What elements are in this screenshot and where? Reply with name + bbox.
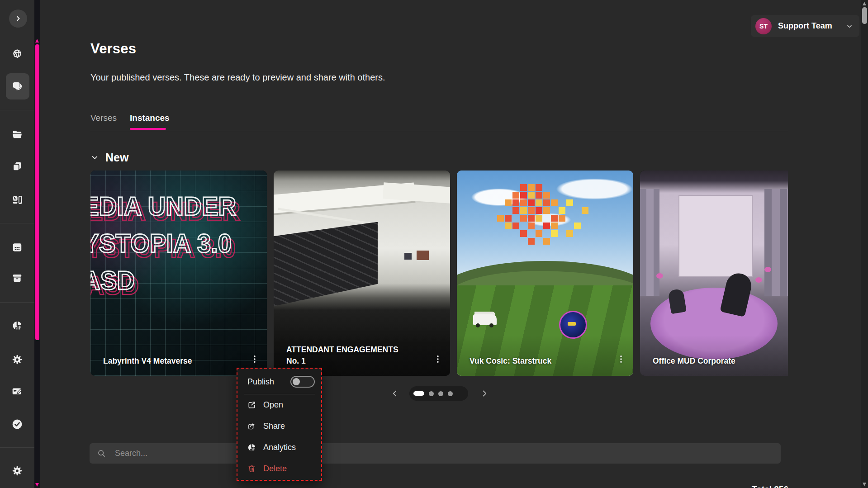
sidebar-scrollbar-track[interactable] — [34, 0, 40, 488]
sidebar-item-events[interactable] — [11, 242, 23, 253]
sidebar-divider — [0, 223, 34, 223]
card-title: Vuk Cosic: Starstruck — [470, 355, 551, 367]
window-scrollbar-thumb[interactable] — [862, 7, 867, 24]
notes-edit-icon — [11, 385, 23, 397]
sidebar-item-tasks[interactable] — [11, 418, 23, 430]
check-circle-icon — [11, 418, 23, 430]
sidebar-item-notes[interactable] — [11, 385, 23, 397]
page-dot[interactable] — [448, 391, 453, 396]
publish-label: Publish — [247, 377, 274, 387]
settings-gear-icon — [11, 465, 23, 477]
folder-icon — [11, 128, 23, 140]
grid-dots-icon — [11, 242, 23, 253]
menu-item-analytics[interactable]: Analytics — [237, 437, 321, 458]
card-title: ATTENDANT ENGAGEMENTS No. 1 — [286, 344, 409, 367]
sidebar — [0, 0, 34, 488]
user-name-label: Support Team — [778, 21, 846, 31]
verses-stack-icon — [11, 80, 23, 92]
sidebar-scrollbar-up-arrow[interactable] — [35, 39, 39, 43]
tabs-divider — [90, 131, 788, 131]
trash-icon — [247, 464, 256, 474]
menu-item-label: Open — [263, 400, 283, 410]
media-gallery-icon — [11, 194, 23, 206]
menu-item-share[interactable]: Share — [237, 416, 321, 437]
analytics-pie-icon — [247, 443, 256, 452]
verses-app-window: { "window": { "background": "#292929", "… — [0, 0, 868, 488]
sidebar-item-discover[interactable] — [11, 48, 23, 60]
active-tab-underline — [130, 128, 166, 130]
chevron-right-icon — [479, 388, 489, 399]
card-office-mud[interactable]: Office MUD Corporate — [640, 171, 788, 376]
publish-row: Publish — [237, 370, 321, 394]
card-labyrinth[interactable]: EDIA UNDER YSTOPIA 3.0 ASD EDIA UNDER YS… — [90, 171, 267, 376]
window-scrollbar-track[interactable] — [861, 0, 868, 488]
window-scrollbar-up-arrow[interactable] — [863, 2, 866, 5]
sidebar-item-analytics[interactable] — [11, 320, 23, 332]
sidebar-divider — [0, 447, 34, 448]
search-input[interactable] — [90, 443, 781, 464]
card-title: Labyrinth V4 Metaverse — [103, 355, 192, 367]
sidebar-item-settings-bottom[interactable] — [11, 465, 23, 477]
avatar: ST — [755, 18, 772, 34]
search-bar — [90, 443, 781, 464]
total-count-label: Total 256 — [752, 484, 788, 488]
sidebar-divider — [0, 110, 34, 110]
card-context-menu: Publish Open Share — [237, 368, 322, 481]
kebab-menu-icon[interactable] — [433, 351, 443, 367]
analytics-pie-icon — [11, 320, 23, 332]
publish-toggle-knob — [293, 378, 300, 385]
chevron-down-icon[interactable] — [90, 153, 99, 162]
sidebar-scrollbar-thumb[interactable] — [35, 44, 39, 340]
user-menu-button[interactable]: ST Support Team — [751, 15, 859, 37]
sidebar-expand-button[interactable] — [9, 9, 27, 28]
sidebar-item-verses[interactable] — [11, 80, 23, 92]
section-title: New — [105, 151, 128, 164]
menu-item-open[interactable]: Open — [237, 394, 321, 416]
open-external-icon — [247, 400, 256, 410]
card-vuk-cosic[interactable]: Vuk Cosic: Starstruck — [457, 171, 633, 376]
menu-item-label: Delete — [263, 464, 287, 474]
card-art-headline: EDIA UNDER YSTOPIA 3.0 ASD — [90, 188, 236, 299]
page-dot[interactable] — [438, 391, 443, 396]
sidebar-scrollbar-down-arrow[interactable] — [35, 483, 39, 487]
page-dot-active[interactable] — [413, 391, 424, 396]
carousel-page-indicator — [409, 386, 468, 401]
sidebar-item-media[interactable] — [11, 194, 23, 206]
archive-box-icon — [11, 272, 23, 284]
page-dot[interactable] — [429, 391, 434, 396]
page-title: Verses — [90, 41, 136, 57]
card-attendant[interactable]: ATTENDANT ENGAGEMENTS No. 1 — [274, 171, 450, 376]
sidebar-item-projects[interactable] — [11, 128, 23, 140]
share-icon — [247, 422, 256, 431]
card-art — [640, 171, 788, 376]
sidebar-divider — [0, 302, 34, 303]
discover-globe-search-icon — [11, 48, 23, 60]
chevron-down-icon — [846, 23, 853, 30]
window-scrollbar-down-arrow[interactable] — [863, 483, 866, 486]
tab-verses[interactable]: Verses — [90, 113, 117, 123]
menu-item-delete[interactable]: Delete — [237, 458, 321, 479]
search-icon — [97, 449, 106, 458]
sidebar-item-archive[interactable] — [11, 272, 23, 284]
settings-gear-icon — [11, 354, 23, 365]
menu-item-label: Analytics — [263, 443, 296, 452]
card-art — [457, 171, 633, 376]
carousel-next-button[interactable] — [479, 388, 489, 399]
card-art: EDIA UNDER YSTOPIA 3.0 ASD EDIA UNDER YS… — [90, 171, 267, 376]
kebab-menu-icon[interactable] — [616, 351, 626, 367]
avatar-initials: ST — [759, 23, 768, 30]
copy-stack-icon — [11, 161, 23, 172]
sidebar-item-settings[interactable] — [11, 354, 23, 365]
section-new-header[interactable]: New — [90, 151, 128, 164]
chevron-right-icon — [14, 14, 23, 23]
carousel-prev-button[interactable] — [390, 388, 400, 399]
tab-instances[interactable]: Instances — [130, 113, 170, 123]
kebab-menu-icon[interactable] — [250, 351, 260, 367]
menu-item-label: Share — [263, 422, 285, 431]
page-subtitle: Your published verses. These are ready t… — [90, 72, 385, 83]
chevron-left-icon — [390, 388, 400, 399]
sidebar-item-instances[interactable] — [11, 161, 23, 172]
card-title: Office MUD Corporate — [653, 355, 735, 367]
publish-toggle[interactable] — [290, 376, 315, 388]
